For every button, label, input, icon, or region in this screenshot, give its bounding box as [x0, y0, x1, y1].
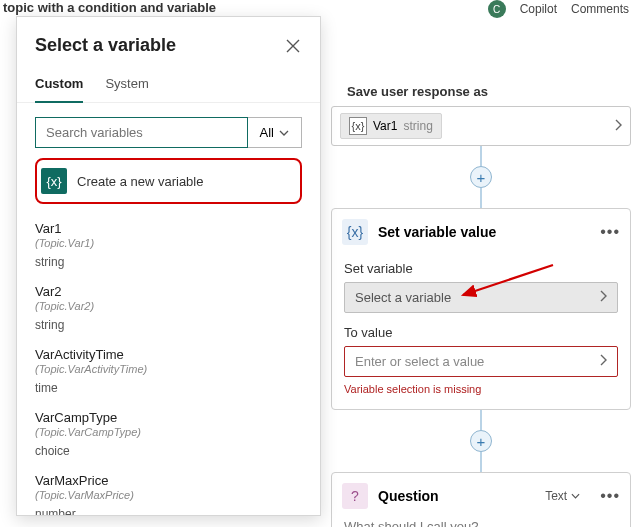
list-item[interactable]: Var2 (Topic.Var2) string	[35, 275, 302, 338]
tab-system[interactable]: System	[105, 70, 148, 102]
add-node-button[interactable]: +	[470, 430, 492, 452]
question-prompt: What should I call you?	[332, 519, 630, 527]
variable-list: Var1 (Topic.Var1) string Var2 (Topic.Var…	[17, 208, 320, 516]
more-icon[interactable]: •••	[600, 487, 620, 505]
text-type-selector[interactable]: Text	[545, 489, 580, 503]
save-response-field[interactable]: {x} Var1 string	[331, 106, 631, 146]
variable-icon: {x}	[342, 219, 368, 245]
more-icon[interactable]: •••	[600, 223, 620, 241]
to-value-field[interactable]: Enter or select a value	[344, 346, 618, 377]
tab-custom[interactable]: Custom	[35, 70, 83, 103]
list-item[interactable]: Var1 (Topic.Var1) string	[35, 212, 302, 275]
chevron-right-icon	[599, 290, 607, 305]
list-item[interactable]: VarCampType (Topic.VarCampType) choice	[35, 401, 302, 464]
variable-icon: {x}	[349, 117, 367, 135]
filter-button[interactable]: All	[248, 117, 302, 148]
question-card: ? Question Text ••• What should I call y…	[331, 472, 631, 527]
list-item[interactable]: VarActivityTime (Topic.VarActivityTime) …	[35, 338, 302, 401]
close-icon[interactable]	[284, 37, 302, 55]
panel-tabs: Custom System	[17, 70, 320, 103]
chevron-down-icon	[279, 130, 289, 136]
set-variable-label: Set variable	[344, 261, 618, 276]
avatar[interactable]: C	[488, 0, 506, 18]
chevron-right-icon	[614, 117, 622, 135]
chevron-right-icon	[599, 354, 607, 369]
variable-chip: {x} Var1 string	[340, 113, 442, 139]
create-variable-button[interactable]: {x} Create a new variable	[35, 158, 302, 204]
variable-icon: {x}	[41, 168, 67, 194]
question-icon: ?	[342, 483, 368, 509]
list-item[interactable]: VarMaxPrice (Topic.VarMaxPrice) number	[35, 464, 302, 516]
chevron-down-icon	[571, 493, 580, 499]
copilot-link[interactable]: Copilot	[520, 2, 557, 16]
comments-link[interactable]: Comments	[571, 2, 629, 16]
select-variable-panel: Select a variable Custom System All {x} …	[16, 16, 321, 516]
set-variable-card: {x} Set variable value ••• Set variable …	[331, 208, 631, 410]
top-toolbar: C Copilot Comments	[488, 0, 629, 18]
add-node-button[interactable]: +	[470, 166, 492, 188]
search-input[interactable]	[35, 117, 248, 148]
error-message: Variable selection is missing	[344, 383, 618, 395]
panel-title: Select a variable	[35, 35, 176, 56]
select-variable-field[interactable]: Select a variable	[344, 282, 618, 313]
to-value-label: To value	[344, 325, 618, 340]
